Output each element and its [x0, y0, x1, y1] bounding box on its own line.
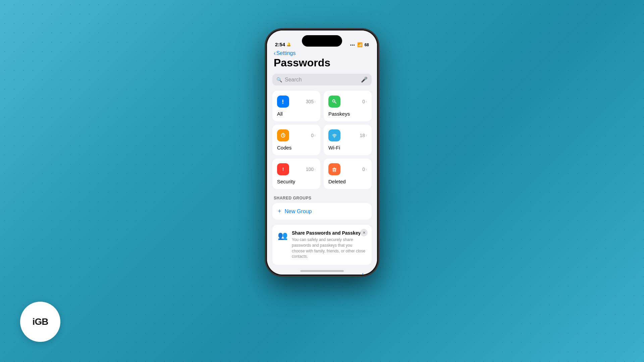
- shared-groups-header: SHARED GROUPS: [267, 196, 377, 203]
- passkeys-icon: [328, 96, 340, 108]
- back-chevron-icon: ‹: [274, 50, 276, 57]
- svg-point-2: [282, 103, 283, 104]
- share-passwords-card: ✕ 👥 Share Passwords and Passkeys You can…: [272, 225, 372, 265]
- card-passkeys[interactable]: 0 › Passkeys: [324, 91, 372, 121]
- all-label: All: [277, 111, 316, 117]
- content-inner: Passwords 🔍 Search 🎤: [267, 50, 377, 275]
- microphone-icon[interactable]: 🎤: [361, 76, 368, 83]
- codes-count: 0: [311, 133, 314, 138]
- codes-icon: [277, 129, 289, 141]
- igb-label: iGB: [33, 316, 48, 327]
- home-bar: [300, 270, 344, 272]
- back-navigation[interactable]: ‹ Settings: [274, 50, 296, 57]
- bell-icon: 🔔: [286, 42, 291, 47]
- wifi-icon: 📶: [357, 42, 363, 47]
- dynamic-island: [302, 35, 342, 47]
- security-icon: !: [277, 163, 289, 175]
- card-wifi[interactable]: 18 › Wi-Fi: [324, 125, 372, 155]
- card-all[interactable]: 305 › All: [272, 91, 320, 121]
- status-right: ••• 📶 68: [350, 42, 369, 47]
- card-deleted[interactable]: 0 › Deleted: [324, 159, 372, 189]
- codes-chevron: ›: [314, 133, 316, 138]
- all-count: 305: [306, 99, 314, 104]
- card-codes[interactable]: 0 › Codes: [272, 125, 320, 155]
- phone-screen: 2:54 🔔 ••• 📶 68 ‹ Settings Passwords: [267, 31, 377, 275]
- wifi-count: 18: [360, 133, 365, 138]
- phone-frame: 2:54 🔔 ••• 📶 68 ‹ Settings Passwords: [265, 28, 379, 277]
- all-icon: [277, 96, 289, 108]
- share-description: You can safely and securely share passwo…: [292, 237, 366, 259]
- screen-content[interactable]: Passwords 🔍 Search 🎤: [267, 50, 377, 275]
- svg-point-12: [334, 137, 335, 138]
- passkeys-count: 0: [362, 99, 365, 104]
- passkeys-label: Passkeys: [328, 111, 367, 117]
- security-count: 100: [306, 167, 314, 172]
- dots-icon: •••: [350, 43, 355, 47]
- scene: 2:54 🔔 ••• 📶 68 ‹ Settings Passwords: [235, 22, 409, 340]
- deleted-chevron: ›: [366, 167, 367, 172]
- igb-logo: iGB: [20, 302, 60, 342]
- all-chevron: ›: [314, 99, 316, 104]
- codes-label: Codes: [277, 145, 316, 150]
- wifi-label: Wi-Fi: [328, 145, 367, 150]
- new-group-row[interactable]: + New Group: [272, 203, 372, 220]
- wifi-chevron: ›: [366, 133, 367, 138]
- search-icon: 🔍: [276, 77, 282, 82]
- new-group-label: New Group: [285, 208, 312, 215]
- share-title: Share Passwords and Passkeys: [292, 230, 366, 236]
- deleted-count: 0: [362, 167, 365, 172]
- deleted-icon: [328, 163, 340, 175]
- share-people-icon: 👥: [278, 231, 288, 240]
- svg-rect-1: [282, 100, 283, 103]
- battery-display: 68: [365, 43, 369, 47]
- security-label: Security: [277, 179, 316, 184]
- svg-rect-10: [283, 132, 283, 133]
- add-button[interactable]: +: [360, 270, 370, 275]
- category-grid: 305 › All: [272, 91, 372, 189]
- search-placeholder: Search: [285, 77, 358, 83]
- time-display: 2:54: [275, 42, 285, 47]
- back-label: Settings: [276, 50, 296, 56]
- wifi-card-icon: [328, 129, 340, 141]
- passkeys-chevron: ›: [366, 99, 367, 104]
- svg-text:!: !: [282, 167, 284, 172]
- plus-icon: +: [278, 208, 281, 215]
- share-card-close-button[interactable]: ✕: [360, 229, 368, 236]
- security-chevron: ›: [314, 167, 316, 172]
- card-security[interactable]: ! 100 › Security: [272, 159, 320, 189]
- deleted-label: Deleted: [328, 179, 367, 184]
- search-bar[interactable]: 🔍 Search 🎤: [272, 74, 372, 85]
